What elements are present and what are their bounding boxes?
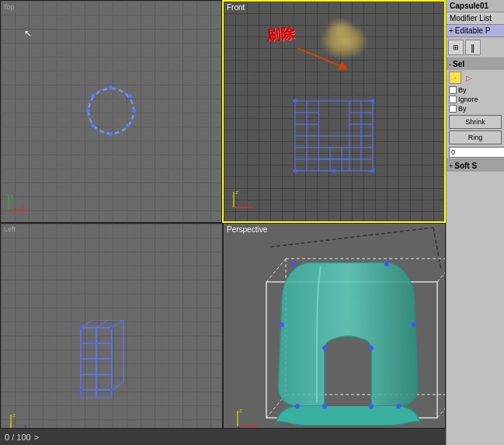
svg-point-29: [371, 169, 375, 172]
svg-point-55: [110, 388, 113, 391]
svg-point-30: [332, 169, 336, 172]
value-row: [447, 146, 504, 158]
shrink-label: Shrink: [465, 118, 485, 126]
toolbar-row: ⊞ ‖: [447, 37, 504, 58]
viewport-persp-label: Perspective: [227, 225, 267, 234]
svg-line-51: [112, 382, 123, 390]
svg-text:z: z: [239, 407, 242, 414]
ignore-label: Ignore: [458, 96, 478, 103]
svg-point-28: [294, 169, 297, 172]
modifier-list-label: Modifier List: [450, 14, 492, 23]
sel-minus-icon: -: [449, 61, 451, 68]
object-name-header: Capsule01: [447, 0, 504, 12]
svg-point-73: [280, 322, 284, 327]
bottom-bar: 0 / 100 >: [0, 428, 446, 445]
svg-rect-40: [96, 343, 112, 359]
axis-front: x z: [230, 188, 257, 215]
viewports-area: Top ↖: [0, 0, 446, 445]
editable-poly-item[interactable]: + Editable P: [447, 25, 504, 37]
progress-text: 0 / 100: [5, 433, 31, 442]
viewport-left[interactable]: Left: [0, 223, 223, 446]
viewport-bl-label: Left: [4, 225, 16, 233]
svg-point-27: [371, 99, 375, 103]
viewport-front-label: Front: [227, 3, 245, 12]
svg-point-79: [322, 404, 327, 408]
svg-point-76: [396, 404, 401, 408]
svg-text:x: x: [247, 200, 250, 207]
progress-arrow[interactable]: >: [34, 433, 39, 442]
svg-point-80: [369, 404, 374, 408]
svg-point-78: [369, 346, 374, 350]
soft-label: Soft S: [454, 162, 477, 170]
svg-rect-36: [96, 328, 112, 398]
svg-line-47: [96, 320, 108, 328]
u-shape-left: [73, 320, 151, 405]
viewport-tl-label: Top: [3, 3, 15, 11]
ignore-checkbox-row: Ignore: [447, 95, 504, 104]
tool-btn-1[interactable]: ⊞: [448, 40, 464, 55]
top-viewport-row: Top ↖: [0, 0, 446, 223]
axis-tl: x y: [5, 191, 32, 218]
svg-rect-38: [96, 328, 112, 343]
viewport-front[interactable]: Front 刷除: [222, 0, 446, 223]
3d-capsule: [255, 247, 441, 426]
svg-rect-43: [81, 374, 96, 390]
svg-point-26: [294, 99, 297, 103]
by-label1: By: [458, 86, 467, 94]
by-checkbox1[interactable]: [449, 86, 457, 94]
u-shape-front-wireframe: [283, 89, 384, 190]
value-input[interactable]: [449, 147, 504, 158]
edge-btn[interactable]: ▷: [463, 71, 475, 84]
sel-section: - Sel · ▷ By Ignore: [447, 58, 504, 159]
vertex-btn[interactable]: ·: [449, 71, 461, 84]
by-checkbox2[interactable]: [449, 105, 457, 113]
by-label2: By: [458, 105, 467, 113]
by-checkbox-row2: By: [447, 104, 504, 113]
svg-text:y: y: [10, 192, 13, 199]
sel-section-header: - Sel: [447, 58, 504, 70]
svg-text:z: z: [12, 412, 16, 419]
cursor-tl: ↖: [24, 28, 32, 39]
soft-section[interactable]: + Soft S: [447, 159, 504, 172]
svg-line-48: [112, 320, 123, 328]
svg-rect-44: [96, 374, 112, 390]
sel-title: Sel: [453, 60, 464, 68]
svg-point-54: [79, 388, 82, 391]
circle-dots: [88, 88, 134, 134]
svg-point-72: [384, 262, 389, 266]
ring-button[interactable]: Ring: [449, 130, 502, 144]
right-panel: Capsule01 Modifier List + Editable P ⊞ ‖…: [446, 0, 504, 445]
svg-point-74: [412, 322, 416, 327]
tool-btn-2[interactable]: ‖: [465, 40, 481, 55]
svg-rect-39: [81, 343, 96, 359]
svg-rect-37: [81, 328, 96, 343]
svg-point-71: [291, 262, 296, 266]
bottom-viewport-row: Left: [0, 223, 446, 446]
annotation-text: 刷除: [266, 23, 295, 44]
svg-line-60: [270, 228, 433, 247]
ignore-checkbox[interactable]: [449, 96, 457, 103]
svg-rect-41: [81, 359, 96, 374]
svg-text:x: x: [253, 419, 256, 426]
editable-plus-icon: +: [449, 26, 454, 35]
particle-extra: [325, 17, 356, 40]
svg-line-46: [81, 320, 92, 328]
ring-label: Ring: [468, 134, 483, 141]
editable-label: Editable P: [455, 26, 491, 35]
svg-point-77: [322, 346, 327, 350]
svg-rect-42: [96, 359, 112, 374]
viewport-perspective[interactable]: Perspective: [223, 223, 446, 446]
soft-plus-icon: +: [449, 162, 453, 170]
viewport-top-left[interactable]: Top ↖: [0, 0, 222, 223]
by-checkbox-row1: By: [447, 85, 504, 95]
modifier-list-dropdown[interactable]: Modifier List: [447, 12, 504, 25]
svg-point-52: [79, 326, 82, 329]
shrink-button[interactable]: Shrink: [449, 115, 502, 129]
main-container: Top ↖: [0, 0, 504, 445]
object-name: Capsule01: [450, 2, 501, 10]
svg-point-53: [110, 326, 113, 329]
svg-text:z: z: [235, 189, 238, 196]
svg-rect-35: [81, 328, 96, 398]
sel-icon-row: · ▷: [447, 70, 504, 85]
svg-text:x: x: [22, 203, 25, 210]
